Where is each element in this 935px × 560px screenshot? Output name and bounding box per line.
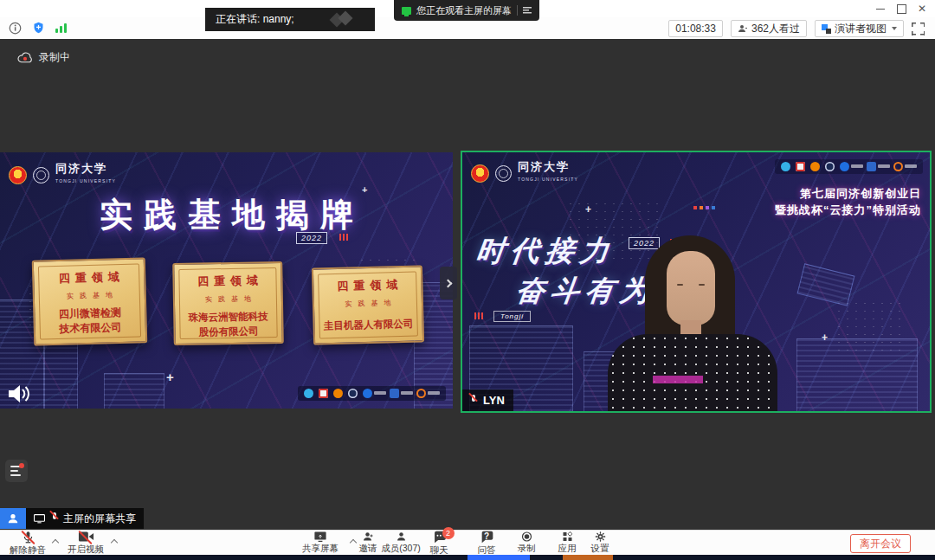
view-mode-button[interactable]: 演讲者视图 — [815, 20, 904, 37]
unmute-button[interactable]: 解除静音 — [5, 531, 50, 555]
plaque-2-face: 四重领域 实践基地 珠海云洲智能科技 股份有限公司 — [178, 267, 277, 339]
plaque-company: 四川微谱检测 技术有限公司 — [40, 305, 140, 337]
share-screen-label: 共享屏幕 — [302, 543, 339, 555]
info-icon[interactable] — [9, 22, 22, 35]
speaking-text: 正在讲话: nanny; — [216, 13, 294, 25]
viewers-count: 362人看过 — [751, 22, 800, 36]
fullscreen-button[interactable] — [912, 23, 925, 35]
guimu-robot-logo — [416, 389, 426, 398]
plaque-sub: 实践基地 — [180, 293, 276, 305]
screen-icon — [34, 514, 45, 524]
plaque-company: 珠海云洲智能科技 股份有限公司 — [180, 309, 277, 340]
start-video-button[interactable]: 开启视频 — [62, 531, 109, 555]
plaque-badge: 四重领域 — [319, 277, 416, 295]
plus-mark: + — [822, 332, 828, 343]
members-icon — [395, 531, 408, 542]
chevron-right-icon — [443, 279, 452, 287]
qa-button[interactable]: ? 问答 — [469, 531, 504, 555]
deco-magenta-bar — [653, 376, 703, 383]
topbar-left-icons — [9, 21, 67, 35]
deco — [10, 470, 18, 472]
video-panel-slide[interactable]: 同济大学 TONGJI UNIVERSITY 实践基地揭牌 2022 + + 四… — [0, 152, 453, 409]
share-menu-icon[interactable] — [523, 7, 532, 14]
signal-bar — [64, 23, 67, 33]
company-line2: 技术有限公司 — [59, 321, 121, 335]
caption-list-button[interactable] — [5, 460, 28, 482]
share-screen-icon — [313, 531, 328, 542]
shield-security-icon[interactable] — [32, 21, 45, 35]
apps-button[interactable]: 应用 — [550, 531, 584, 555]
deco-satellite — [797, 263, 855, 306]
screen-share-icon — [402, 7, 411, 15]
chat-button[interactable]: 2 聊天 — [422, 531, 456, 555]
deco-ticks — [339, 234, 350, 241]
company-line1: 圭目机器人有限公司 — [324, 319, 414, 331]
volume-icon — [7, 383, 33, 405]
guimu-robot-logo — [893, 162, 903, 171]
year-badge: 2022 — [629, 237, 660, 249]
year-badge: 2022 — [296, 232, 327, 244]
minimize-button[interactable] — [874, 3, 887, 15]
deco — [905, 164, 917, 168]
dark-seal-logo — [825, 162, 835, 171]
video-strip-expand-button[interactable] — [440, 267, 457, 299]
weipu-logo — [867, 162, 876, 171]
share-source-label: 主屏的屏幕共享 — [26, 508, 144, 529]
plaque-sub: 实践基地 — [40, 289, 139, 301]
red-square-logo — [319, 389, 328, 398]
members-button[interactable]: 成员(307) — [375, 531, 427, 555]
question-glyph: ? — [480, 531, 493, 542]
event-line1: 第七届同济创新创业日 — [775, 185, 921, 202]
record-button[interactable]: 录制 — [509, 531, 544, 555]
view-mode-label: 演讲者视图 — [835, 22, 887, 36]
plaque-1-face: 四重领域 实践基地 四川微谱检测 技术有限公司 — [38, 263, 141, 339]
company-line1: 珠海云洲智能科技 — [189, 311, 268, 323]
meeting-window: ✕ 01:08:33 — [0, 0, 935, 560]
chat-unread-badge: 2 — [442, 527, 455, 539]
watching-share-banner[interactable]: 您正在观看主屏的屏幕 — [394, 0, 539, 21]
participant-avatar[interactable] — [0, 508, 26, 529]
org-cn: 同济大学 — [55, 162, 107, 175]
slogan-line1: 时代接力 — [474, 232, 617, 271]
gear-icon — [594, 531, 607, 542]
network-signal-icon[interactable] — [55, 23, 67, 33]
organizer-logos: 同济大学 TONGJI UNIVERSITY — [9, 163, 116, 187]
plaque-2: 四重领域 实践基地 珠海云洲智能科技 股份有限公司 — [172, 261, 284, 345]
deco — [700, 206, 703, 209]
deco — [428, 391, 440, 395]
share-screen-button[interactable]: 共享屏幕 — [294, 531, 346, 555]
mic-options-chevron[interactable] — [52, 538, 59, 545]
maximize-button[interactable] — [895, 3, 907, 15]
penguin-mascot-logo — [781, 162, 790, 171]
apps-grid-icon — [561, 531, 574, 542]
participant-name-tag: LYN — [462, 389, 513, 411]
company-line1: 四川微谱检测 — [59, 306, 121, 320]
timer-value: 01:08:33 — [675, 23, 716, 35]
video-options-chevron[interactable] — [111, 538, 118, 545]
red-square-logo — [796, 162, 805, 171]
recording-indicator: 录制中 — [17, 50, 70, 65]
deco — [851, 164, 863, 168]
org-cn: 同济大学 — [518, 160, 570, 173]
deco — [706, 206, 709, 209]
deco — [677, 284, 683, 286]
speaker-face — [667, 251, 715, 325]
sponsor-logos-row — [775, 159, 923, 174]
leave-meeting-button[interactable]: 离开会议 — [850, 534, 911, 553]
orange-round-logo — [810, 162, 820, 171]
close-button[interactable]: ✕ — [916, 3, 928, 15]
share-stage: 录制中 同济大学 TONGJI UNIVERSITY 实践基地揭牌 2022 — [0, 39, 935, 530]
person-icon — [7, 512, 19, 525]
viewers-button[interactable]: 362人看过 — [731, 20, 807, 37]
plaque-sub: 实践基地 — [319, 298, 416, 310]
settings-button[interactable]: 设置 — [583, 531, 617, 555]
start-video-label: 开启视频 — [68, 544, 104, 556]
deco — [826, 29, 831, 34]
slogan-line2: 奋斗有为 — [513, 272, 657, 311]
mic-icon — [21, 531, 35, 544]
video-panel-speaker[interactable]: 同济大学 TONGJI UNIVERSITY 第七届同济创新创业日 暨挑战杯“云… — [461, 151, 932, 413]
event-title: 第七届同济创新创业日 暨挑战杯“云接力”特别活动 — [775, 185, 921, 218]
logo-watermark-icon — [330, 13, 359, 27]
league-emblem-icon — [9, 166, 27, 184]
recording-label: 录制中 — [39, 50, 70, 65]
